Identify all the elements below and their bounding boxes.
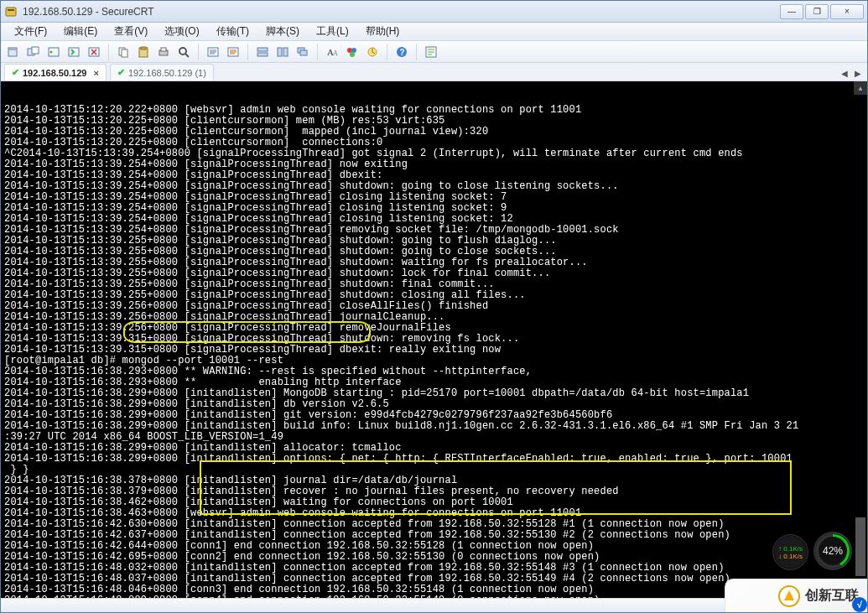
scroll-up-icon[interactable]: ▲ bbox=[854, 81, 867, 95]
toolbar-session-options-icon[interactable] bbox=[204, 43, 222, 61]
menubar: 文件(F) 编辑(E) 查看(V) 选项(O) 传输(T) 脚本(S) 工具(L… bbox=[1, 23, 867, 41]
toolbar-tile-horizontal-icon[interactable] bbox=[253, 43, 272, 61]
toolbar-cascade-icon[interactable] bbox=[294, 43, 312, 61]
toolbar-global-options-icon[interactable] bbox=[224, 43, 242, 61]
svg-rect-10 bbox=[122, 49, 127, 57]
terminal-pane[interactable]: 2014-10-13T15:12:20.222+0800 [websvr] ad… bbox=[1, 81, 867, 598]
svg-rect-20 bbox=[278, 48, 282, 56]
menu-edit[interactable]: 编辑(E) bbox=[55, 24, 106, 39]
svg-point-6 bbox=[50, 50, 53, 53]
brand-logo-icon bbox=[778, 585, 800, 607]
svg-rect-12 bbox=[141, 47, 146, 49]
maximize-button[interactable]: ❐ bbox=[805, 4, 829, 19]
scroll-thumb[interactable] bbox=[855, 517, 865, 576]
svg-rect-0 bbox=[6, 8, 16, 16]
brand-badge-icon: √ bbox=[852, 597, 867, 612]
toolbar-reset-icon[interactable] bbox=[363, 43, 382, 61]
toolbar-quick-connect-bar-icon[interactable] bbox=[44, 43, 63, 61]
toolbar-colors-icon[interactable] bbox=[343, 43, 361, 61]
menu-script[interactable]: 脚本(S) bbox=[257, 24, 308, 39]
brand-text: 创新互联 bbox=[805, 587, 859, 605]
toolbar-disconnect-icon[interactable] bbox=[85, 43, 103, 61]
session-tab-label: 192.168.50.129 bbox=[23, 68, 86, 78]
svg-rect-21 bbox=[283, 48, 288, 56]
upload-speed: ↑ 0.1K/s bbox=[778, 545, 803, 553]
brand-overlay: 创新互联 √ bbox=[725, 579, 867, 612]
terminal-output: 2014-10-13T15:12:20.222+0800 [websvr] ad… bbox=[4, 105, 864, 598]
svg-text:A: A bbox=[333, 49, 338, 57]
minimize-button[interactable]: — bbox=[780, 4, 803, 19]
menu-transfer[interactable]: 传输(T) bbox=[208, 24, 257, 39]
toolbar-find-icon[interactable] bbox=[174, 43, 193, 61]
connected-icon: ✔ bbox=[12, 67, 19, 78]
toolbar: AA ? bbox=[1, 41, 867, 63]
svg-rect-19 bbox=[257, 53, 268, 56]
svg-rect-4 bbox=[32, 47, 39, 54]
toolbar-new-session-icon[interactable] bbox=[4, 43, 23, 61]
svg-text:?: ? bbox=[400, 48, 405, 57]
tabs-left-arrow-icon[interactable]: ◀ bbox=[839, 67, 850, 79]
session-tab-active[interactable]: ✔ 192.168.50.129 × bbox=[4, 64, 107, 81]
svg-rect-18 bbox=[257, 48, 268, 51]
toolbar-font-icon[interactable]: AA bbox=[323, 43, 341, 61]
menu-file[interactable]: 文件(F) bbox=[6, 24, 55, 39]
toolbar-reconnect-icon[interactable] bbox=[65, 43, 83, 61]
menu-tools[interactable]: 工具(L) bbox=[308, 24, 357, 39]
toolbar-log-icon[interactable] bbox=[422, 43, 440, 61]
svg-point-28 bbox=[350, 52, 355, 57]
session-tab-label: 192.168.50.129 (1) bbox=[128, 68, 206, 78]
terminal-scrollbar[interactable]: ▲ ▼ bbox=[854, 81, 867, 598]
session-tab-2[interactable]: ✔ 192.168.50.129 (1) bbox=[110, 64, 214, 81]
svg-rect-1 bbox=[8, 9, 14, 11]
toolbar-paste-icon[interactable] bbox=[134, 43, 153, 61]
svg-rect-14 bbox=[161, 48, 166, 51]
cpu-usage-widget[interactable]: 42% bbox=[813, 532, 852, 570]
connected-icon: ✔ bbox=[117, 67, 125, 78]
window-title: 192.168.50.129 - SecureCRT bbox=[23, 6, 154, 18]
close-button[interactable]: × bbox=[830, 4, 864, 19]
app-icon bbox=[4, 5, 18, 18]
tab-close-icon[interactable]: × bbox=[93, 68, 98, 78]
menu-options[interactable]: 选项(O) bbox=[156, 24, 207, 39]
menu-view[interactable]: 查看(V) bbox=[106, 24, 156, 39]
cpu-percent-text: 42% bbox=[819, 537, 847, 565]
menu-help[interactable]: 帮助(H) bbox=[357, 24, 408, 39]
toolbar-copy-icon[interactable] bbox=[114, 43, 133, 61]
session-tabs: ✔ 192.168.50.129 × ✔ 192.168.50.129 (1) … bbox=[1, 63, 867, 81]
titlebar: 192.168.50.129 - SecureCRT — ❐ × bbox=[1, 1, 867, 23]
tabs-right-arrow-icon[interactable]: ▶ bbox=[852, 67, 864, 79]
toolbar-quick-connect-icon[interactable] bbox=[24, 43, 43, 61]
network-speed-widget[interactable]: ↑ 0.1K/s ↓ 0.1K/s bbox=[772, 534, 808, 570]
download-speed: ↓ 0.1K/s bbox=[778, 553, 803, 560]
toolbar-print-icon[interactable] bbox=[154, 43, 173, 61]
toolbar-tile-vertical-icon[interactable] bbox=[273, 43, 292, 61]
svg-point-15 bbox=[179, 48, 186, 55]
toolbar-help-icon[interactable]: ? bbox=[392, 43, 411, 61]
svg-rect-23 bbox=[300, 50, 307, 55]
